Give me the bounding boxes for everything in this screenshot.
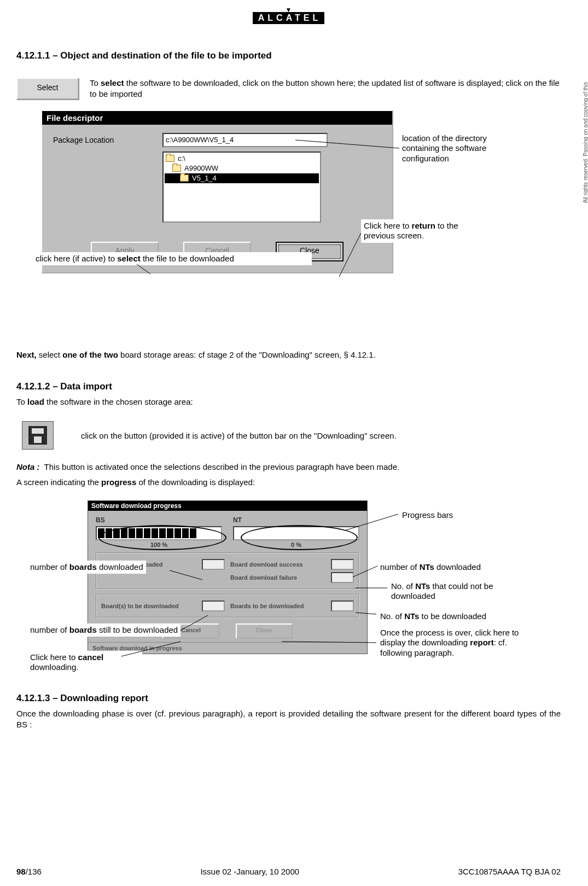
oval-highlight-nt — [241, 525, 358, 550]
brand-text: ALCATEL — [258, 13, 321, 22]
callout-nts-downloaded: number of NTs downloaded — [377, 561, 484, 574]
next-step-text: Next, select one of the two board storag… — [16, 349, 561, 360]
list-item-selected[interactable]: V5_1_4 — [165, 173, 319, 183]
progress-intro: A screen indicating the progress of the … — [16, 477, 561, 488]
save-toolbar-button[interactable] — [22, 421, 54, 450]
save-button-description: click on the button (provided it is acti… — [81, 431, 561, 440]
page-number: 98 — [16, 867, 26, 876]
file-descriptor-window: File descriptor Package Location c:\A990… — [41, 110, 393, 273]
section3-text: Once the downloading phase is over (cf. … — [16, 708, 561, 731]
select-description: To select the software to be downloaded,… — [90, 78, 561, 100]
heading-4-12-1-2: 4.12.1.2 – Data import — [16, 381, 561, 392]
select-button[interactable]: Select — [16, 78, 79, 100]
callout-location: location of the directory containing the… — [399, 132, 522, 166]
board-failure-value — [331, 572, 354, 583]
heading-4-12-1-3: 4.12.1.3 – Downloading report — [16, 693, 561, 704]
nt-boards-to-download-label: Boards to be downloaded — [230, 603, 304, 609]
page-footer: 98/136 Issue 02 -January, 10 2000 3CC108… — [16, 867, 561, 876]
board-failure-label: Board download failure — [230, 574, 297, 581]
footer-doc-id: 3CC10875AAAA TQ BJA 02 — [458, 867, 561, 876]
copyright-side-note: All rights reserved. Passing on and copy… — [583, 82, 588, 213]
progress-close-button[interactable]: Close — [236, 623, 293, 639]
folder-icon — [172, 165, 181, 172]
callout-progress-bars: Progress bars — [399, 509, 456, 522]
nt-boards-to-download-value — [331, 601, 354, 611]
load-intro: To load the software in the chosen stora… — [16, 397, 561, 407]
nota-line: Nota : This button is activated once the… — [16, 462, 561, 473]
boards-downloaded-value — [202, 559, 225, 570]
progress-title: Software download progress — [88, 501, 367, 511]
board-success-label: Board download success — [230, 561, 303, 568]
folder-icon — [166, 155, 174, 162]
floppy-icon — [28, 426, 47, 445]
window-title: File descriptor — [42, 111, 392, 125]
callout-report: Once the process is over, click here to … — [377, 626, 542, 660]
callout-return: Click here to return to the previous scr… — [361, 219, 481, 243]
footer-issue: Issue 02 -January, 10 2000 — [200, 867, 299, 876]
list-item[interactable]: A9900WW — [165, 164, 319, 173]
callout-nts-failed: No. of NTs that could not be downloaded — [388, 580, 536, 604]
package-location-label: Package Location — [53, 136, 141, 144]
callout-boards-downloaded: number of boards downloaded — [27, 561, 146, 574]
folder-list[interactable]: c:\ A9900WW V5_1_4 — [162, 151, 321, 223]
callout-boards-to-download: number of boards still to be downloaded — [27, 623, 181, 637]
boards-to-download-value — [202, 601, 225, 611]
boards-to-download-label: Board(s) to be downloaded — [101, 603, 179, 609]
callout-cancel: Click here to cancel downloading. — [27, 651, 142, 675]
col-label-bs: BS — [96, 516, 222, 524]
brand-logo: ▼ ALCATEL — [16, 8, 561, 24]
package-location-input[interactable]: c:\A9900WW\V5_1_4 — [162, 133, 328, 147]
callout-nts-to-download: No. of NTs to be downloaded — [377, 610, 489, 623]
col-label-nt: NT — [233, 516, 359, 524]
callout-select-file: click here (if active) to select the fil… — [33, 252, 312, 266]
folder-icon — [180, 174, 189, 182]
oval-highlight-bs — [98, 525, 226, 550]
heading-4-12-1-1: 4.12.1.1 – Object and destination of the… — [16, 50, 561, 61]
board-success-value — [331, 559, 354, 570]
list-item[interactable]: c:\ — [165, 154, 319, 164]
page-total: /136 — [26, 867, 42, 876]
